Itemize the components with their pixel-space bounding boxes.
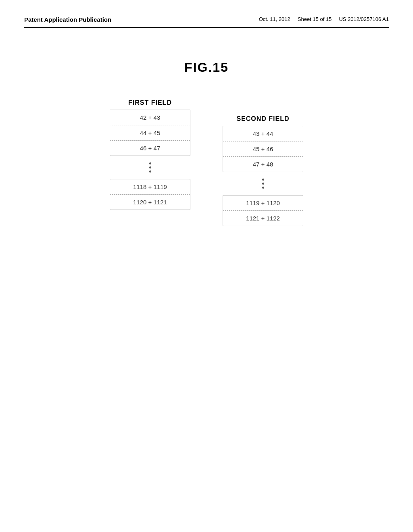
diagram-area: FIRST FIELD 42 + 43 44 + 45 46 + 47 1118… [24,99,389,226]
table-row: 1119 + 1120 [223,195,303,211]
dot-1 [262,179,264,181]
second-field-label: SECOND FIELD [236,115,289,123]
pub-number: US 2012/0257106 A1 [339,16,389,22]
dot-3 [149,170,151,172]
second-field-column: SECOND FIELD 43 + 44 45 + 46 47 + 48 111… [223,115,303,226]
first-field-dots [149,162,151,172]
table-row: 44 + 45 [110,125,190,141]
figure-title: FIG.15 [24,60,389,75]
first-field-bottom-table: 1118 + 1119 1120 + 1121 [110,179,190,210]
table-row: 47 + 48 [223,157,303,172]
table-row: 45 + 46 [223,141,303,157]
dot-2 [262,183,264,185]
table-row: 46 + 47 [110,141,190,156]
page-header: Patent Application Publication Oct. 11, … [24,16,389,23]
page: Patent Application Publication Oct. 11, … [0,0,413,532]
publication-meta: Oct. 11, 2012 Sheet 15 of 15 US 2012/025… [259,16,389,22]
second-field-bottom-table: 1119 + 1120 1121 + 1122 [223,195,303,226]
table-row: 42 + 43 [110,110,190,125]
pub-sheet: Sheet 15 of 15 [298,16,332,22]
table-row: 1120 + 1121 [110,195,190,210]
publication-title: Patent Application Publication [24,16,111,23]
dot-3 [262,187,264,189]
table-row: 43 + 44 [223,126,303,141]
second-field-dots [262,179,264,189]
table-row: 1118 + 1119 [110,179,190,195]
first-field-label: FIRST FIELD [128,99,172,106]
dot-2 [149,166,151,168]
first-field-top-table: 42 + 43 44 + 45 46 + 47 [110,110,190,156]
second-field-top-table: 43 + 44 45 + 46 47 + 48 [223,126,303,172]
pub-date: Oct. 11, 2012 [259,16,290,22]
table-row: 1121 + 1122 [223,211,303,226]
dot-1 [149,162,151,164]
first-field-column: FIRST FIELD 42 + 43 44 + 45 46 + 47 1118… [110,99,190,226]
header-divider [24,27,389,28]
